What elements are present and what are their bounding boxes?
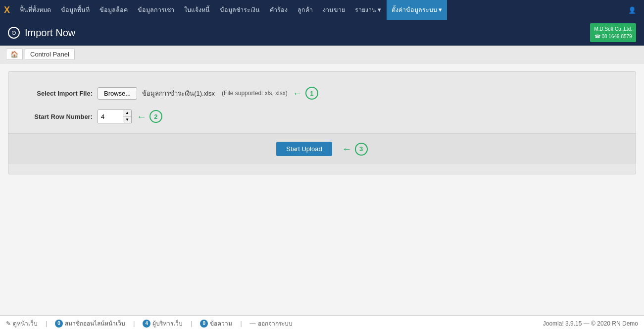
annotation-3-arrow: ← 3 (342, 143, 368, 156)
footer-admin[interactable]: 4 ผู้บริหารเว็บ (143, 319, 183, 328)
nav-item-base-data[interactable]: ข้อมูลพื้นที่ (56, 0, 95, 20)
row-number-input-wrapper: ▲ ▼ (98, 110, 132, 123)
number-spinners: ▲ ▼ (123, 110, 131, 123)
navbar: X พื้นที่ทั้งหมด ข้อมูลพื้นที่ ข้อมูลล็อ… (0, 0, 644, 20)
annotation-1-arrow: ← 1 (293, 87, 318, 100)
nav-item-request[interactable]: คำร้อง (265, 0, 293, 20)
nav-item-rental[interactable]: ข้อมูลการเช่า (133, 0, 179, 20)
main-content: Select Import File: Browse... ข้อมูลการช… (0, 63, 644, 315)
footer-messages[interactable]: 0 ข้อความ (200, 319, 232, 328)
online-members-badge: 0 (55, 320, 63, 328)
header-bar: ⊙ Import Now M.D.Soft Co.,Ltd. ☎ 08 1649… (0, 20, 644, 46)
nav-item-payment[interactable]: ข้อมูลชำระเงิน (215, 0, 265, 20)
select-file-row: Select Import File: Browse... ข้อมูลการช… (8, 82, 636, 105)
nav-item-places[interactable]: พื้นที่ทั้งหมด (15, 0, 56, 20)
nav-item-settings[interactable]: ตั้งค่าข้อมูลระบบ (387, 0, 447, 20)
start-row-label: Start Row Number: (18, 113, 93, 120)
navbar-right: 👤 (624, 4, 640, 16)
footer-sep-2: | (133, 320, 135, 327)
arrow-left-icon-2: ← (137, 111, 147, 122)
admin-label: ผู้บริหารเว็บ (152, 319, 183, 328)
logout-label: ออกจากระบบ (258, 319, 293, 328)
nav-item-sales[interactable]: งานขาย (318, 0, 350, 20)
view-site-label: ดูหน้าเว็บ (13, 319, 38, 328)
upload-section: Start Upload ← 3 (8, 133, 636, 164)
admin-badge: 4 (143, 320, 150, 328)
footer-sep-4: | (240, 320, 242, 327)
annotation-circle-3: 3 (355, 143, 368, 156)
annotation-circle-1: 1 (305, 87, 318, 100)
logout-icon: — (250, 320, 256, 327)
messages-badge: 0 (200, 320, 208, 328)
footer-online-members[interactable]: 0 สมาชิกออนไลน์หน้าเว็บ (55, 319, 125, 328)
company-badge: M.D.Soft Co.,Ltd. ☎ 08 1649 8579 (590, 23, 636, 42)
breadcrumb-bar: 🏠 Control Panel (0, 46, 644, 63)
nav-item-customer[interactable]: ลูกค้า (293, 0, 318, 20)
nav-menu: พื้นที่ทั้งหมด ข้อมูลพื้นที่ ข้อมูลล็อค … (15, 0, 624, 20)
footer: ✎ ดูหน้าเว็บ | 0 สมาชิกออนไลน์หน้าเว็บ |… (0, 315, 644, 331)
file-support-text: (File supported: xls, xlsx) (222, 90, 288, 97)
selected-file-name: ข้อมูลการชำระเงิน(1).xlsx (142, 88, 215, 99)
arrow-left-icon-1: ← (293, 88, 302, 99)
footer-right: Joomla! 3.9.15 — © 2020 RN Demo (543, 320, 638, 327)
select-file-label: Select Import File: (18, 90, 93, 97)
footer-left: ✎ ดูหน้าเว็บ | 0 สมาชิกออนไลน์หน้าเว็บ |… (6, 319, 293, 328)
import-panel: Select Import File: Browse... ข้อมูลการช… (8, 71, 636, 174)
annotation-2-arrow: ← 2 (137, 110, 162, 123)
breadcrumb-control-panel[interactable]: Control Panel (25, 49, 75, 60)
messages-label: ข้อความ (210, 319, 232, 328)
brand-logo[interactable]: X (4, 5, 10, 15)
footer-view-site[interactable]: ✎ ดูหน้าเว็บ (6, 319, 38, 328)
nav-item-invoice[interactable]: ใบแจ้งหนี้ (179, 0, 215, 20)
page-title: Import Now (25, 27, 590, 39)
user-menu-btn[interactable]: 👤 (624, 4, 640, 16)
browse-button[interactable]: Browse... (98, 87, 137, 100)
footer-sep-1: | (46, 320, 47, 327)
row-number-input[interactable] (98, 110, 123, 123)
start-row-row: Start Row Number: ▲ ▼ ← 2 (8, 105, 636, 128)
footer-logout[interactable]: — ออกจากระบบ (250, 319, 293, 328)
breadcrumb-home-btn[interactable]: 🏠 (6, 49, 23, 60)
nav-item-lock-data[interactable]: ข้อมูลล็อค (95, 0, 133, 20)
joomla-info: Joomla! 3.9.15 — © 2020 RN Demo (543, 320, 638, 327)
footer-sep-3: | (191, 320, 192, 327)
nav-item-reports[interactable]: รายงาน (350, 0, 386, 20)
header-icon: ⊙ (8, 27, 20, 39)
spinner-up-btn[interactable]: ▲ (123, 110, 131, 116)
arrow-left-icon-3: ← (342, 143, 352, 155)
online-members-label: สมาชิกออนไลน์หน้าเว็บ (65, 319, 125, 328)
start-upload-button[interactable]: Start Upload (276, 142, 332, 156)
annotation-circle-2: 2 (149, 110, 162, 123)
view-site-icon: ✎ (6, 320, 11, 327)
spinner-down-btn[interactable]: ▼ (123, 116, 131, 123)
